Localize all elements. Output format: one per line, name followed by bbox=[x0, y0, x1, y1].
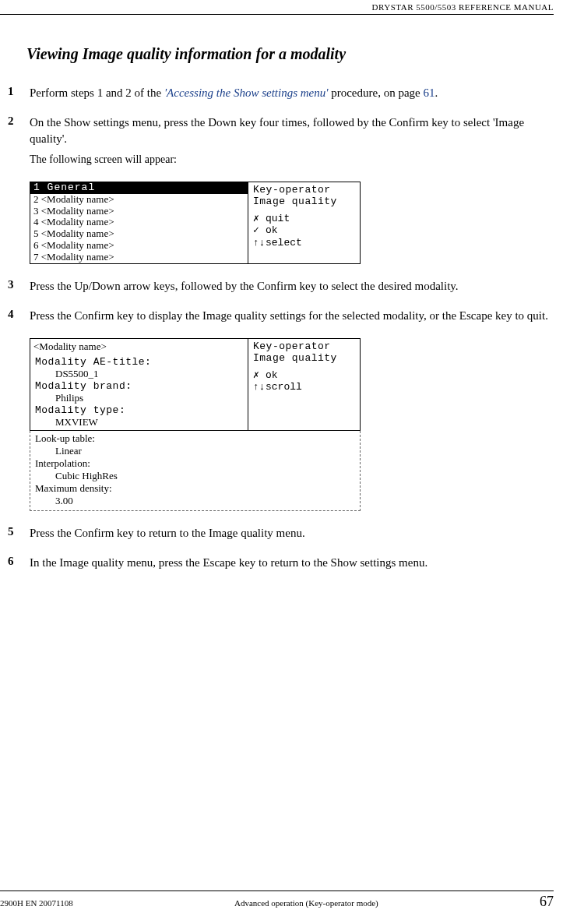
page-content: Viewing Image quality information for a … bbox=[0, 0, 577, 570]
lcd-detail-top: <Modality name> Modality AE-title: DS550… bbox=[30, 338, 361, 431]
menu-item: 6 <Modality name> bbox=[30, 240, 248, 252]
menu-item: 2 <Modality name> bbox=[30, 194, 248, 206]
lcd-mode-line1: Key-operator bbox=[253, 184, 355, 196]
field-value: Linear bbox=[30, 445, 360, 457]
menu-item: 7 <Modality name> bbox=[30, 252, 248, 263]
step-text: In the Image quality menu, press the Esc… bbox=[30, 556, 427, 569]
section-title: Viewing Image quality information for a … bbox=[26, 45, 554, 63]
action-label: ok bbox=[266, 369, 278, 382]
lcd-right-panel: Key-operator Image quality ✗ quit ✓ ok ↑… bbox=[248, 182, 360, 264]
step-3: 3 Press the Up/Down arrow keys, followed… bbox=[8, 278, 554, 294]
step-4: 4 Press the Confirm key to display the I… bbox=[8, 308, 554, 323]
action-scroll: ↑↓ scroll bbox=[253, 381, 355, 393]
lcd-screen-menu: 1 General 2 <Modality name> 3 <Modality … bbox=[30, 182, 361, 265]
page-footer: 2900H EN 20071108 Advanced operation (Ke… bbox=[0, 890, 554, 910]
step-number: 2 bbox=[8, 115, 30, 167]
lcd-actions: ✗ ok ↑↓ scroll bbox=[253, 369, 355, 393]
action-quit: ✗ quit bbox=[253, 213, 355, 225]
step-text: Press the Up/Down arrow keys, followed b… bbox=[30, 280, 459, 292]
field-label: Modality AE-title: bbox=[30, 356, 248, 368]
step-2: 2 On the Show settings menu, press the D… bbox=[8, 115, 554, 167]
procedure-link[interactable]: 'Accessing the Show settings menu' bbox=[164, 86, 329, 99]
updown-icon: ↑↓ bbox=[253, 237, 262, 249]
lcd-mode-line2: Image quality bbox=[253, 196, 355, 208]
action-ok: ✗ ok bbox=[253, 369, 355, 382]
action-label: scroll bbox=[266, 381, 302, 393]
x-icon: ✗ bbox=[253, 213, 262, 225]
page-reference-link[interactable]: 61 bbox=[423, 86, 435, 99]
step-body: Perform steps 1 and 2 of the 'Accessing … bbox=[30, 85, 554, 101]
step-number: 5 bbox=[8, 525, 30, 541]
step-6: 6 In the Image quality menu, press the E… bbox=[8, 555, 554, 570]
step-number: 4 bbox=[8, 308, 30, 323]
field-label: Interpolation: bbox=[30, 457, 360, 470]
x-icon: ✗ bbox=[253, 369, 262, 382]
field-value: Cubic HighRes bbox=[30, 470, 360, 482]
field-label: Look-up table: bbox=[30, 432, 360, 445]
modality-name-header: <Modality name> bbox=[30, 340, 248, 356]
updown-icon: ↑↓ bbox=[253, 381, 262, 393]
step-subtext: The following screen will appear: bbox=[30, 153, 554, 168]
lcd-actions: ✗ quit ✓ ok ↑↓ select bbox=[253, 213, 355, 249]
lcd-menu-list: 1 General 2 <Modality name> 3 <Modality … bbox=[30, 182, 248, 264]
field-label: Maximum density: bbox=[30, 482, 360, 495]
lcd-mode-line2: Image quality bbox=[253, 352, 355, 365]
menu-item: 5 <Modality name> bbox=[30, 228, 248, 240]
field-label: Modality type: bbox=[30, 404, 248, 416]
action-ok: ✓ ok bbox=[253, 224, 355, 237]
action-label: quit bbox=[266, 213, 290, 225]
step-body: On the Show settings menu, press the Dow… bbox=[30, 115, 554, 167]
lcd-screen-detail: <Modality name> Modality AE-title: DS550… bbox=[30, 338, 361, 511]
step-number: 3 bbox=[8, 278, 30, 294]
step-body: In the Image quality menu, press the Esc… bbox=[30, 555, 554, 570]
step-number: 1 bbox=[8, 85, 30, 101]
lcd-mode-line1: Key-operator bbox=[253, 340, 355, 353]
field-value: MXVIEW bbox=[30, 416, 248, 428]
menu-item: 4 <Modality name> bbox=[30, 217, 248, 228]
footer-doc-id: 2900H EN 20071108 bbox=[0, 898, 73, 908]
field-value: DS5500_1 bbox=[30, 368, 248, 380]
footer-page-number: 67 bbox=[540, 894, 554, 910]
header-manual-title: DRYSTAR 5500/5503 REFERENCE MANUAL bbox=[372, 2, 554, 12]
lcd-detail-fields: <Modality name> Modality AE-title: DS550… bbox=[30, 339, 248, 430]
step-body: Press the Confirm key to display the Ima… bbox=[30, 308, 554, 323]
step-number: 6 bbox=[8, 555, 30, 570]
step-text-post: . bbox=[435, 86, 438, 99]
step-body: Press the Confirm key to return to the I… bbox=[30, 525, 554, 541]
field-label: Modality brand: bbox=[30, 380, 248, 392]
step-1: 1 Perform steps 1 and 2 of the 'Accessin… bbox=[8, 85, 554, 101]
action-label: ok bbox=[266, 224, 278, 237]
step-text-pre: Perform steps 1 and 2 of the bbox=[30, 86, 164, 99]
check-icon: ✓ bbox=[253, 224, 262, 237]
step-text: On the Show settings menu, press the Dow… bbox=[30, 116, 524, 144]
lcd-scroll-area: Look-up table: Linear Interpolation: Cub… bbox=[30, 431, 361, 511]
action-label: select bbox=[266, 237, 302, 249]
menu-item-selected: 1 General bbox=[30, 182, 248, 194]
menu-item: 3 <Modality name> bbox=[30, 206, 248, 217]
action-select: ↑↓ select bbox=[253, 237, 355, 249]
header-rule bbox=[0, 14, 554, 15]
step-5: 5 Press the Confirm key to return to the… bbox=[8, 525, 554, 541]
step-body: Press the Up/Down arrow keys, followed b… bbox=[30, 278, 554, 294]
step-text: Press the Confirm key to return to the I… bbox=[30, 527, 305, 539]
field-value: Philips bbox=[30, 392, 248, 404]
step-text-mid: procedure, on page bbox=[328, 86, 423, 99]
lcd-right-panel: Key-operator Image quality ✗ ok ↑↓ scrol… bbox=[248, 339, 360, 430]
footer-section-name: Advanced operation (Key-operator mode) bbox=[234, 898, 378, 908]
step-text: Press the Confirm key to display the Ima… bbox=[30, 309, 548, 322]
field-value: 3.00 bbox=[30, 495, 360, 507]
